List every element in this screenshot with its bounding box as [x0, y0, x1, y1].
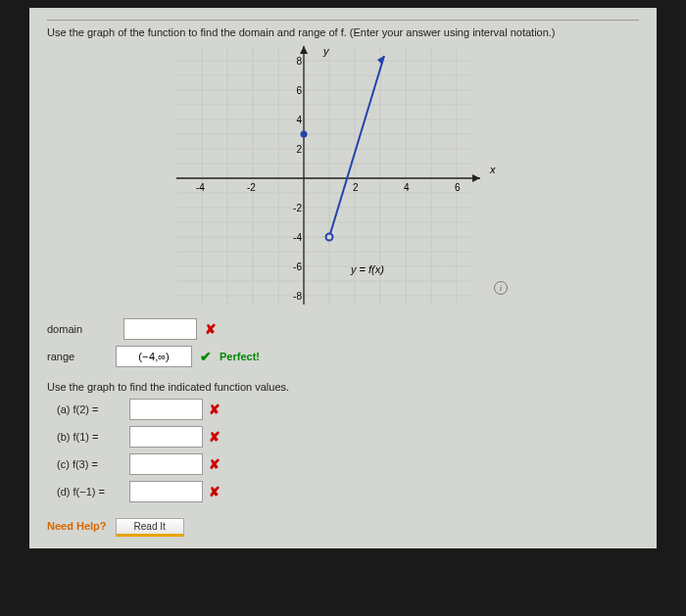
- svg-marker-30: [472, 174, 480, 182]
- wrong-icon: ✘: [209, 429, 220, 445]
- sub-prompt: Use the graph to find the indicated func…: [47, 381, 639, 393]
- domain-label: domain: [47, 323, 116, 335]
- part-a-label: (a) f(2) =: [57, 403, 123, 415]
- wrong-icon: ✘: [209, 484, 220, 499]
- svg-text:6: 6: [296, 85, 302, 96]
- part-d-label: (d) f(−1) =: [57, 486, 123, 498]
- svg-text:-4: -4: [293, 232, 302, 243]
- svg-text:2: 2: [296, 144, 302, 155]
- x-axis-label: x: [489, 164, 496, 175]
- part-a-input[interactable]: [129, 399, 203, 420]
- part-b-row: (b) f(1) = ✘: [57, 426, 639, 448]
- svg-marker-31: [300, 46, 308, 54]
- svg-text:8: 8: [296, 56, 302, 67]
- graph-svg: x y -4 -2 2 4 6 8 6 4 2 -2 -4 -6 -8: [176, 46, 510, 305]
- domain-input[interactable]: [123, 318, 197, 340]
- divider: [47, 20, 639, 21]
- svg-text:4: 4: [296, 115, 302, 125]
- svg-text:2: 2: [353, 182, 359, 193]
- domain-row: domain ✘: [47, 318, 639, 340]
- wrong-icon: ✘: [205, 321, 217, 337]
- svg-text:6: 6: [455, 182, 461, 193]
- svg-text:-4: -4: [196, 182, 205, 193]
- feedback-text: Perfect!: [220, 351, 260, 362]
- svg-text:4: 4: [404, 182, 410, 193]
- question-prompt: Use the graph of the function to find th…: [47, 26, 639, 38]
- wrong-icon: ✘: [209, 402, 220, 417]
- range-label: range: [47, 351, 108, 362]
- range-row: range ✔ Perfect!: [47, 346, 639, 367]
- part-b-label: (b) f(1) =: [57, 431, 123, 443]
- svg-line-45: [329, 56, 384, 237]
- need-help-row: Need Help? Read It: [47, 518, 639, 537]
- question-card: Use the graph of the function to find th…: [29, 8, 657, 548]
- svg-point-48: [301, 131, 308, 138]
- part-d-row: (d) f(−1) = ✘: [57, 481, 639, 502]
- wrong-icon: ✘: [209, 456, 220, 472]
- need-help-label: Need Help?: [47, 520, 107, 532]
- svg-text:-8: -8: [293, 291, 302, 302]
- graph: x y -4 -2 2 4 6 8 6 4 2 -2 -4 -6 -8: [176, 46, 510, 305]
- svg-text:-6: -6: [293, 261, 302, 272]
- correct-icon: ✔: [200, 349, 212, 364]
- svg-marker-46: [377, 56, 384, 65]
- graph-annotation: y = f(x): [350, 263, 384, 275]
- read-it-button[interactable]: Read It: [116, 518, 184, 537]
- part-c-row: (c) f(3) = ✘: [57, 453, 639, 475]
- part-c-input[interactable]: [129, 453, 203, 475]
- part-a-row: (a) f(2) = ✘: [57, 399, 639, 420]
- svg-text:-2: -2: [293, 203, 302, 213]
- part-b-input[interactable]: [129, 426, 203, 448]
- part-c-label: (c) f(3) =: [57, 458, 123, 470]
- svg-text:-2: -2: [247, 182, 256, 193]
- range-input[interactable]: [116, 346, 192, 367]
- svg-point-47: [326, 234, 333, 241]
- graph-info-icon[interactable]: i: [494, 281, 508, 295]
- part-d-input[interactable]: [129, 481, 203, 502]
